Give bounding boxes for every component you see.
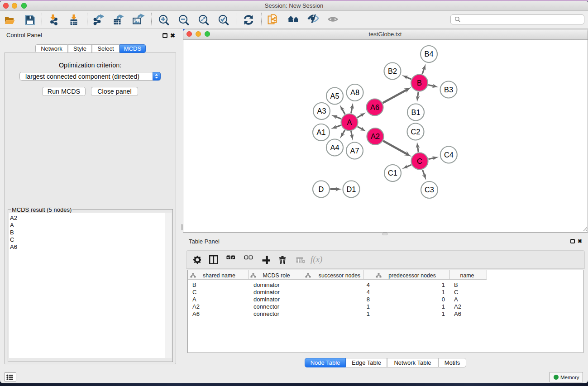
svg-text:A1: A1 [317, 128, 326, 136]
svg-text:B4: B4 [425, 50, 434, 58]
svg-text:A5: A5 [330, 92, 339, 100]
svg-text:C1: C1 [388, 169, 397, 177]
svg-text:B: B [417, 79, 422, 87]
svg-text:A8: A8 [350, 88, 359, 96]
svg-text:C2: C2 [411, 128, 421, 136]
svg-text:A: A [347, 118, 352, 126]
svg-text:C3: C3 [425, 186, 434, 194]
svg-text:A2: A2 [371, 132, 380, 140]
svg-text:A4: A4 [330, 143, 339, 152]
svg-text:B2: B2 [388, 67, 397, 75]
svg-text:A7: A7 [350, 147, 359, 155]
svg-text:D1: D1 [347, 185, 356, 193]
svg-text:C: C [417, 157, 422, 165]
svg-text:A6: A6 [370, 103, 379, 111]
svg-text:A3: A3 [317, 107, 326, 115]
svg-text:B3: B3 [444, 86, 453, 94]
svg-text:B1: B1 [411, 108, 421, 116]
svg-text:C4: C4 [444, 151, 454, 159]
svg-text:D: D [319, 185, 324, 193]
